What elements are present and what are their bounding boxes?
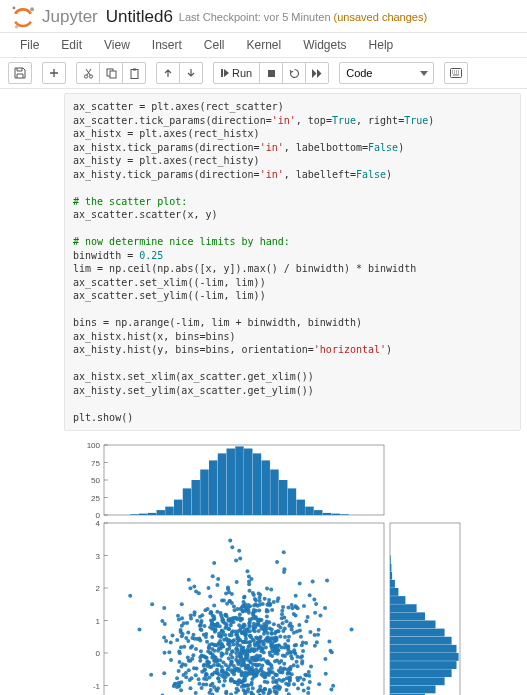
menu-edit[interactable]: Edit — [51, 35, 92, 55]
svg-point-643 — [329, 688, 333, 692]
svg-point-972 — [267, 673, 271, 677]
command-palette-button[interactable] — [444, 62, 468, 84]
svg-point-497 — [209, 683, 213, 687]
output-figure: 0255075100-4-3-2-101234-4-3-2-1012340501… — [64, 437, 494, 695]
svg-point-340 — [280, 612, 284, 616]
copy-button[interactable] — [99, 62, 123, 84]
toolbar: Run Code — [0, 58, 527, 89]
svg-point-619 — [169, 658, 173, 662]
svg-point-639 — [200, 613, 204, 617]
svg-rect-18 — [148, 513, 156, 515]
keyboard-icon — [450, 68, 462, 78]
svg-text:1: 1 — [96, 617, 101, 626]
run-button[interactable]: Run — [213, 62, 260, 84]
svg-point-1013 — [210, 655, 214, 659]
svg-point-465 — [295, 660, 299, 664]
menu-view[interactable]: View — [94, 35, 140, 55]
svg-point-707 — [293, 643, 297, 647]
svg-point-1038 — [314, 602, 318, 606]
svg-point-920 — [317, 628, 321, 632]
code-input[interactable]: ax_scatter = plt.axes(rect_scatter) ax_s… — [64, 93, 521, 431]
svg-point-1049 — [265, 608, 269, 612]
svg-point-671 — [242, 595, 246, 599]
insert-cell-button[interactable] — [42, 62, 66, 84]
svg-point-683 — [263, 597, 267, 601]
svg-point-944 — [293, 652, 297, 656]
cut-button[interactable] — [76, 62, 100, 84]
svg-point-788 — [202, 624, 206, 628]
svg-point-424 — [205, 672, 209, 676]
svg-point-973 — [275, 673, 279, 677]
menu-help[interactable]: Help — [359, 35, 404, 55]
svg-text:50: 50 — [91, 476, 100, 485]
restart-run-all-button[interactable] — [305, 62, 329, 84]
svg-point-996 — [202, 633, 206, 637]
svg-rect-34 — [288, 488, 296, 515]
svg-point-96 — [234, 559, 238, 563]
restart-button[interactable] — [282, 62, 306, 84]
svg-point-235 — [188, 586, 192, 590]
menu-cell[interactable]: Cell — [194, 35, 235, 55]
svg-point-505 — [191, 653, 195, 657]
scissors-icon — [83, 68, 94, 79]
menu-insert[interactable]: Insert — [142, 35, 192, 55]
interrupt-button[interactable] — [259, 62, 283, 84]
svg-point-734 — [188, 659, 192, 663]
svg-point-1000 — [218, 639, 222, 643]
menu-file[interactable]: File — [10, 35, 49, 55]
svg-point-1022 — [299, 635, 303, 639]
svg-point-933 — [290, 603, 294, 607]
svg-point-745 — [217, 634, 221, 638]
svg-point-538 — [282, 550, 286, 554]
plus-icon — [49, 68, 59, 78]
svg-point-815 — [330, 650, 334, 654]
save-button[interactable] — [8, 62, 32, 84]
svg-point-821 — [178, 651, 182, 655]
svg-rect-39 — [332, 514, 340, 515]
svg-point-948 — [229, 617, 233, 621]
notebook-area: ax_scatter = plt.axes(rect_scatter) ax_s… — [0, 89, 527, 695]
stop-icon — [267, 69, 276, 78]
menu-widgets[interactable]: Widgets — [293, 35, 356, 55]
notebook-title[interactable]: Untitled6 — [106, 7, 173, 27]
code-cell[interactable]: ax_scatter = plt.axes(rect_scatter) ax_s… — [0, 93, 527, 431]
svg-point-633 — [205, 661, 209, 665]
svg-point-836 — [287, 635, 291, 639]
svg-point-844 — [318, 614, 322, 618]
svg-rect-1106 — [390, 612, 425, 620]
paste-button[interactable] — [122, 62, 146, 84]
svg-point-299 — [215, 583, 219, 587]
svg-point-1005 — [216, 577, 220, 581]
svg-rect-1110 — [390, 580, 395, 588]
svg-point-612 — [312, 598, 316, 602]
svg-point-869 — [240, 631, 244, 635]
svg-point-684 — [220, 654, 224, 658]
svg-point-652 — [210, 620, 214, 624]
svg-point-1037 — [280, 616, 284, 620]
svg-point-164 — [206, 607, 210, 611]
svg-point-1046 — [279, 659, 283, 663]
svg-point-1019 — [230, 660, 234, 664]
copy-icon — [106, 68, 117, 79]
svg-point-350 — [226, 586, 230, 590]
svg-point-929 — [164, 639, 168, 643]
svg-rect-28 — [235, 446, 243, 515]
svg-point-1041 — [175, 685, 179, 689]
svg-point-956 — [248, 672, 252, 676]
svg-point-1 — [30, 7, 34, 11]
svg-rect-1097 — [390, 686, 436, 694]
svg-point-915 — [249, 668, 253, 672]
svg-point-575 — [231, 649, 235, 653]
svg-point-823 — [197, 682, 201, 686]
menu-kernel[interactable]: Kernel — [237, 35, 292, 55]
move-down-button[interactable] — [179, 62, 203, 84]
svg-point-97 — [197, 677, 201, 681]
svg-point-928 — [261, 643, 265, 647]
move-up-button[interactable] — [156, 62, 180, 84]
cell-type-select[interactable]: Code — [339, 62, 434, 84]
svg-point-462 — [307, 670, 311, 674]
svg-point-1007 — [209, 610, 213, 614]
svg-point-759 — [179, 645, 183, 649]
unsaved-indicator: (unsaved changes) — [334, 11, 428, 23]
svg-point-1047 — [244, 633, 248, 637]
